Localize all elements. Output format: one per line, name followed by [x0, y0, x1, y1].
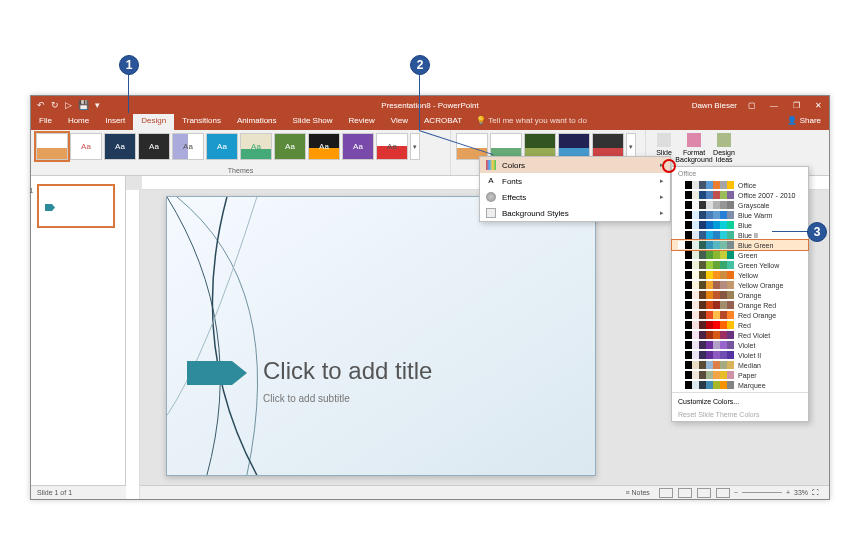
color-scheme-blue-warm[interactable]: Blue Warm: [672, 210, 808, 220]
color-scheme-label: Yellow Orange: [738, 282, 783, 289]
zoom-in-button[interactable]: +: [786, 489, 790, 496]
zoom-out-button[interactable]: −: [734, 489, 738, 496]
fonts-menu-item[interactable]: A Fonts▸: [480, 173, 670, 189]
color-scheme-label: Blue Warm: [738, 212, 772, 219]
tab-insert[interactable]: Insert: [97, 114, 133, 130]
effects-menu-item[interactable]: Effects▸: [480, 189, 670, 205]
color-scheme-violet[interactable]: Violet: [672, 340, 808, 350]
undo-icon[interactable]: ↶: [37, 100, 45, 110]
tell-me-search[interactable]: 💡 Tell me what you want to do: [470, 114, 779, 130]
user-name[interactable]: Dawn Bieser: [692, 101, 737, 110]
color-swatches: [678, 331, 734, 339]
reading-view-button[interactable]: [697, 488, 711, 498]
zoom-level[interactable]: 33%: [794, 489, 808, 496]
save-icon[interactable]: 💾: [78, 100, 89, 110]
tab-review[interactable]: Review: [341, 114, 383, 130]
color-scheme-yellow[interactable]: Yellow: [672, 270, 808, 280]
colors-icon: [486, 160, 496, 170]
zoom-slider[interactable]: [742, 492, 782, 493]
theme-thumb[interactable]: Aa: [70, 133, 102, 160]
tab-file[interactable]: File: [31, 114, 60, 130]
customize-colors-item[interactable]: Customize Colors...: [672, 395, 808, 408]
color-scheme-median[interactable]: Median: [672, 360, 808, 370]
theme-thumb[interactable]: Aa: [274, 133, 306, 160]
color-scheme-office-2007-2010[interactable]: Office 2007 - 2010: [672, 190, 808, 200]
restore-icon[interactable]: ❐: [789, 101, 803, 110]
color-scheme-office[interactable]: Office: [672, 180, 808, 190]
color-scheme-orange-red[interactable]: Orange Red: [672, 300, 808, 310]
design-ideas-button[interactable]: Design Ideas: [711, 133, 737, 167]
theme-thumb[interactable]: Aa: [240, 133, 272, 160]
close-icon[interactable]: ✕: [811, 101, 825, 110]
color-scheme-green-yellow[interactable]: Green Yellow: [672, 260, 808, 270]
start-from-beginning-icon[interactable]: ▷: [65, 100, 72, 110]
color-scheme-green[interactable]: Green: [672, 250, 808, 260]
color-scheme-yellow-orange[interactable]: Yellow Orange: [672, 280, 808, 290]
color-scheme-violet-ii[interactable]: Violet II: [672, 350, 808, 360]
color-swatches: [678, 191, 734, 199]
theme-thumb[interactable]: Aa: [342, 133, 374, 160]
color-scheme-blue[interactable]: Blue: [672, 220, 808, 230]
theme-thumb[interactable]: Aa: [104, 133, 136, 160]
tab-view[interactable]: View: [383, 114, 416, 130]
color-scheme-label: Marquee: [738, 382, 766, 389]
design-ideas-icon: [717, 133, 731, 147]
color-scheme-orange[interactable]: Orange: [672, 290, 808, 300]
themes-more-button[interactable]: ▾: [410, 133, 420, 160]
tab-home[interactable]: Home: [60, 114, 97, 130]
tab-acrobat[interactable]: ACROBAT: [416, 114, 470, 130]
tab-design[interactable]: Design: [133, 114, 174, 130]
colors-menu-item[interactable]: Colors▸: [480, 157, 670, 173]
window-title: Presentation8 - PowerPoint: [381, 101, 478, 110]
color-scheme-label: Orange: [738, 292, 761, 299]
color-scheme-marquee[interactable]: Marquee: [672, 380, 808, 390]
sorter-view-button[interactable]: [678, 488, 692, 498]
color-scheme-blue-green[interactable]: Blue Green: [672, 240, 808, 250]
format-background-button[interactable]: Format Background: [681, 133, 707, 167]
color-scheme-label: Grayscale: [738, 202, 770, 209]
color-scheme-red-orange[interactable]: Red Orange: [672, 310, 808, 320]
color-scheme-label: Red: [738, 322, 751, 329]
share-button[interactable]: 👤 Share: [779, 114, 829, 130]
fit-to-window-button[interactable]: ⛶: [812, 489, 819, 496]
minimize-icon[interactable]: —: [767, 101, 781, 110]
callout-3: 3: [807, 222, 827, 242]
normal-view-button[interactable]: [659, 488, 673, 498]
title-placeholder[interactable]: Click to add title: [263, 357, 432, 385]
notes-button[interactable]: ≡ Notes: [625, 489, 653, 496]
slide-counter[interactable]: Slide 1 of 1: [37, 489, 72, 496]
theme-thumb[interactable]: Aa: [138, 133, 170, 160]
slide-thumbnail-1[interactable]: 1: [37, 184, 115, 228]
slide-thumbnails-pane[interactable]: 1: [31, 176, 126, 485]
colors-submenu: Office OfficeOffice 2007 - 2010Grayscale…: [671, 166, 809, 422]
theme-thumb-current[interactable]: [36, 133, 68, 160]
theme-thumb[interactable]: Aa: [376, 133, 408, 160]
color-scheme-grayscale[interactable]: Grayscale: [672, 200, 808, 210]
slide-canvas[interactable]: Click to add title Click to add subtitle: [166, 196, 596, 476]
background-styles-menu-item[interactable]: Background Styles▸: [480, 205, 670, 221]
theme-thumb[interactable]: Aa: [206, 133, 238, 160]
theme-thumb[interactable]: Aa: [172, 133, 204, 160]
themes-gallery[interactable]: Aa Aa Aa Aa Aa Aa Aa Aa Aa Aa ▾: [36, 133, 445, 163]
color-swatches: [678, 321, 734, 329]
slide-decoration-lines: [167, 197, 317, 475]
color-scheme-red[interactable]: Red: [672, 320, 808, 330]
tab-animations[interactable]: Animations: [229, 114, 285, 130]
tab-slideshow[interactable]: Slide Show: [285, 114, 341, 130]
subtitle-placeholder[interactable]: Click to add subtitle: [263, 393, 350, 404]
slideshow-view-button[interactable]: [716, 488, 730, 498]
redo-icon[interactable]: ↻: [51, 100, 59, 110]
callout-2-line-v: [419, 75, 420, 130]
ribbon-display-icon[interactable]: ▢: [745, 101, 759, 110]
color-scheme-red-violet[interactable]: Red Violet: [672, 330, 808, 340]
themes-group: Aa Aa Aa Aa Aa Aa Aa Aa Aa Aa ▾ Themes: [31, 130, 451, 175]
menu-separator: [672, 392, 808, 393]
color-swatches: [678, 241, 734, 249]
qat-customize-icon[interactable]: ▾: [95, 100, 100, 110]
color-scheme-paper[interactable]: Paper: [672, 370, 808, 380]
tab-transitions[interactable]: Transitions: [174, 114, 229, 130]
color-scheme-label: Blue: [738, 222, 752, 229]
color-swatches: [678, 301, 734, 309]
theme-thumb[interactable]: Aa: [308, 133, 340, 160]
color-scheme-label: Blue II: [738, 232, 758, 239]
